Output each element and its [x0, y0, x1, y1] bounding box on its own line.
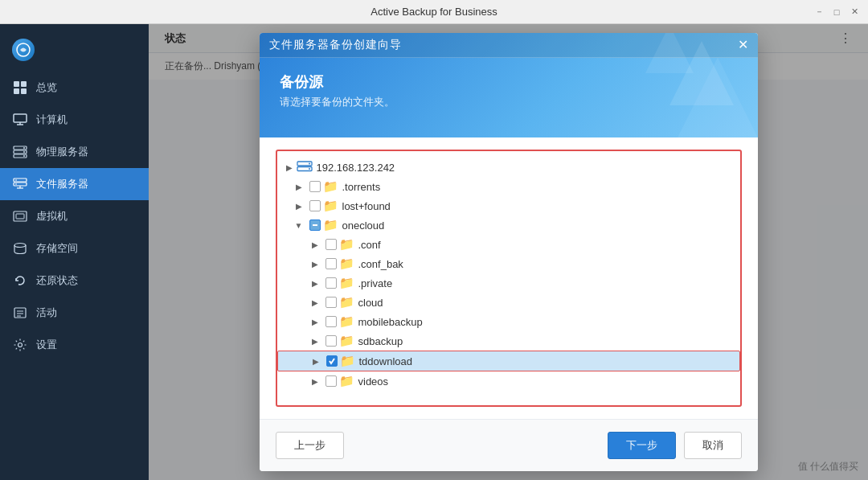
folder-conf-icon: 📁: [340, 238, 354, 251]
server-rack-icon: [12, 144, 28, 160]
sidebar-label-physical-server: 物理服务器: [36, 145, 88, 159]
expand-sdbackup-icon[interactable]: [309, 335, 321, 347]
sidebar-item-file-server[interactable]: 文件服务器: [0, 168, 149, 200]
cancel-button[interactable]: 取消: [684, 432, 742, 459]
storage-icon: [12, 240, 28, 256]
sidebar-label-computer: 计算机: [36, 113, 68, 127]
svg-point-22: [14, 244, 26, 248]
sidebar-item-vm[interactable]: 虚拟机: [0, 200, 149, 232]
svg-point-31: [309, 168, 310, 170]
label-private: .private: [358, 277, 393, 289]
expand-cloud-icon[interactable]: [309, 297, 321, 308]
next-button[interactable]: 下一步: [608, 432, 676, 459]
sidebar-item-physical-server[interactable]: 物理服务器: [0, 136, 149, 168]
expand-server-icon[interactable]: [284, 162, 295, 173]
modal-close-button[interactable]: ✕: [738, 39, 748, 51]
checkbox-lostfound[interactable]: [309, 200, 321, 211]
tree-item-conf[interactable]: 📁 .conf: [277, 235, 740, 254]
prev-button[interactable]: 上一步: [276, 432, 344, 459]
minimize-button[interactable]: －: [813, 6, 825, 18]
tree-server-root[interactable]: 192.168.123.242: [277, 158, 740, 177]
expand-mobilebackup-icon[interactable]: [309, 316, 321, 327]
sidebar-label-restore: 还原状态: [36, 273, 78, 288]
folder-sdbackup-icon: 📁: [340, 334, 354, 347]
tree-item-sdbackup[interactable]: 📁 sdbackup: [277, 331, 740, 351]
checkbox-sdbackup[interactable]: [326, 335, 337, 347]
sidebar-label-vm: 虚拟机: [36, 209, 68, 224]
folder-confbak-icon: 📁: [340, 257, 354, 270]
activity-icon: [12, 305, 28, 321]
sidebar-item-settings[interactable]: 设置: [0, 329, 149, 361]
folder-onecloud-icon: 📁: [324, 219, 338, 232]
title-bar: Active Backup for Business － □ ✕: [0, 0, 868, 24]
app-container: 总览 计算机: [0, 24, 868, 480]
file-tree[interactable]: 192.168.123.242 📁 .torrents: [276, 150, 742, 407]
tree-item-conf-bak[interactable]: 📁 .conf_bak: [277, 254, 740, 273]
svg-rect-4: [21, 88, 27, 94]
sidebar-item-computer[interactable]: 计算机: [0, 104, 149, 136]
modal-dialog: 文件服务器备份创建向导 ✕ 备份源 请选择要备份的文件夹。: [260, 33, 758, 471]
sidebar-item-storage[interactable]: 存储空间: [0, 232, 149, 265]
close-button[interactable]: ✕: [849, 6, 860, 18]
checkbox-mobilebackup[interactable]: [326, 316, 337, 327]
checkbox-confbak[interactable]: [326, 258, 337, 269]
label-torrents: .torrents: [342, 181, 381, 193]
tree-item-torrents[interactable]: 📁 .torrents: [277, 177, 740, 196]
label-conf: .conf: [358, 239, 381, 251]
label-sdbackup: sdbackup: [358, 335, 403, 347]
restore-icon: [12, 273, 28, 289]
sidebar-label-storage: 存储空间: [36, 241, 78, 256]
label-confbak: .conf_bak: [358, 258, 403, 270]
label-cloud: cloud: [358, 297, 383, 309]
modal-body: 192.168.123.242 📁 .torrents: [260, 137, 758, 419]
expand-private-icon[interactable]: [309, 277, 321, 289]
expand-confbak-icon[interactable]: [309, 258, 321, 269]
checkbox-conf[interactable]: [326, 239, 337, 250]
svg-rect-20: [14, 211, 27, 221]
checkbox-tddownload[interactable]: [326, 355, 338, 367]
svg-point-30: [309, 163, 310, 165]
sidebar-item-activity[interactable]: 活动: [0, 297, 149, 329]
folder-cloud-icon: 📁: [340, 296, 354, 309]
checkbox-private[interactable]: [326, 277, 337, 289]
window-controls: － □ ✕: [813, 6, 860, 18]
tree-item-mobilebackup[interactable]: 📁 mobilebackup: [277, 312, 740, 331]
svg-rect-21: [16, 214, 24, 219]
folder-private-icon: 📁: [340, 277, 354, 289]
checkbox-cloud[interactable]: [326, 297, 337, 308]
sidebar-label-activity: 活动: [36, 306, 57, 320]
sidebar-item-overview[interactable]: 总览: [0, 72, 149, 104]
checkbox-torrents[interactable]: [309, 181, 321, 192]
tree-item-lost-found[interactable]: 📁 lost+found: [277, 196, 740, 215]
sidebar-label-overview: 总览: [36, 80, 57, 95]
checkbox-videos[interactable]: [326, 375, 337, 387]
folder-torrents-icon: 📁: [324, 180, 338, 193]
settings-icon: [12, 337, 28, 353]
tree-item-onecloud[interactable]: 📁 onecloud: [277, 215, 740, 235]
folder-mobilebackup-icon: 📁: [340, 315, 354, 328]
svg-rect-1: [14, 81, 19, 87]
label-mobilebackup: mobilebackup: [358, 316, 423, 328]
expand-lostfound-icon[interactable]: [293, 200, 305, 211]
expand-conf-icon[interactable]: [309, 239, 321, 250]
sidebar: 总览 计算机: [0, 24, 149, 480]
folder-tddownload-icon: 📁: [341, 355, 355, 367]
modal-header: 文件服务器备份创建向导 ✕ 备份源 请选择要备份的文件夹。: [260, 33, 758, 137]
expand-videos-icon[interactable]: [309, 375, 321, 387]
expand-tddownload-icon[interactable]: [310, 355, 321, 367]
svg-point-12: [23, 151, 25, 153]
tree-item-tddownload[interactable]: 📁 tddownload: [277, 351, 740, 371]
sidebar-item-restore[interactable]: 还原状态: [0, 265, 149, 297]
tree-item-videos[interactable]: 📁 videos: [277, 371, 740, 391]
tree-item-private[interactable]: 📁 .private: [277, 273, 740, 293]
expand-onecloud-icon[interactable]: [293, 219, 305, 231]
file-server-icon: [12, 176, 28, 192]
tree-item-cloud[interactable]: 📁 cloud: [277, 293, 740, 312]
checkbox-onecloud[interactable]: [309, 219, 321, 231]
modal-overlay: 文件服务器备份创建向导 ✕ 备份源 请选择要备份的文件夹。: [149, 24, 868, 480]
folder-lostfound-icon: 📁: [324, 199, 338, 212]
main-content: 状态 ⋮ 正在备份... Drishyam (... 文件服务器备份创建向导 ✕…: [149, 24, 868, 480]
maximize-button[interactable]: □: [831, 6, 842, 18]
expand-torrents-icon[interactable]: [293, 181, 305, 192]
svg-rect-5: [14, 114, 27, 122]
